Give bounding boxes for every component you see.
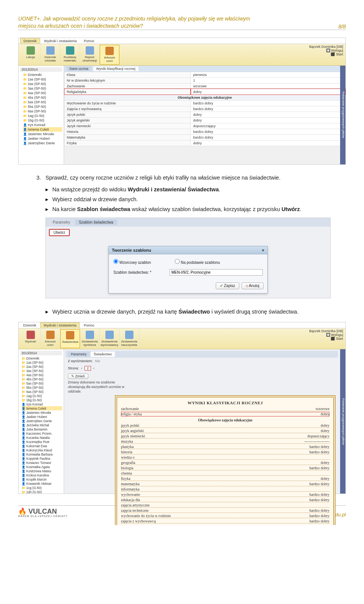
tree-person[interactable]: Irys Konrad	[22, 402, 62, 406]
menu-wydruki[interactable]: Wydruki i zestawienia	[40, 322, 80, 328]
btn-swiadectwa[interactable]: Świadectwa	[60, 329, 80, 348]
tree-class[interactable]: 1dn (G-50)	[22, 490, 62, 494]
strona-label: Strona:	[68, 366, 79, 370]
logout-link[interactable]: Wyloguj	[331, 333, 343, 337]
utworz-button[interactable]: Utwórz	[49, 229, 70, 236]
page-selector[interactable]: 2	[85, 366, 91, 371]
zmien-button[interactable]: ✎ Zmień	[68, 374, 88, 379]
screenshot-template-dialog: Parametry Szablon świadectwa Utwórz Twor…	[46, 218, 331, 298]
tree-root[interactable]: Dzienniki	[23, 73, 62, 77]
menu-pomoc[interactable]: Pomoc	[81, 323, 97, 328]
logout-link[interactable]: Wyloguj	[331, 49, 343, 52]
tree-person[interactable]: Jastrzębiec Danie	[23, 141, 62, 145]
tree-class[interactable]: 3as (SP-50)	[23, 86, 62, 91]
tree-person[interactable]: Kokoryczka Klaud	[22, 448, 62, 452]
save-button[interactable]: ✔ Zapisz	[216, 282, 239, 289]
tree-class[interactable]: 5bs (SP-50)	[23, 104, 62, 109]
tab-swiadectwo[interactable]: Świadectwo	[91, 352, 115, 357]
tree-person[interactable]: Juka Beniamin	[22, 427, 62, 431]
tree-person[interactable]: Kaczeniec Przem.	[22, 431, 62, 435]
cancel-button[interactable]: ⦸ Anuluj	[242, 282, 264, 289]
tree-class[interactable]: 1ag (G-50)	[23, 114, 62, 118]
tree-person[interactable]: Jeżówka Michał	[22, 423, 62, 427]
year-selector[interactable]: 2013/2014	[20, 351, 62, 355]
start-link[interactable]: Start	[336, 52, 343, 56]
btn-rozklady[interactable]: Rozkłady materiału	[60, 45, 80, 65]
bullet-1: ▸Na wstążce przejdź do widoku Wydruki i …	[46, 185, 331, 194]
tree-person[interactable]: Kokornak Ewa	[22, 444, 62, 448]
tree-person[interactable]: Kopytnik Paulina	[22, 456, 62, 460]
tab-parametry[interactable]: Parametry	[49, 219, 74, 225]
tree-person[interactable]: Krwawnik Aleksar	[22, 481, 62, 486]
btn-rejestr[interactable]: Rejestr obserwacji	[80, 45, 100, 65]
tree-person[interactable]: Jaskier Hubert	[23, 136, 62, 141]
user-icon	[105, 331, 114, 339]
tree-person[interactable]: Kostrzewa Mateu	[22, 469, 62, 473]
btn-arkusze-ocen[interactable]: Arkusze ocen	[100, 45, 119, 65]
start-link[interactable]: Start	[336, 337, 343, 341]
tree-person[interactable]: Jastrzębiec Danie	[22, 419, 62, 423]
bullet-3: ▸Na karcie Szablon świadectwa wskaż właś…	[46, 205, 331, 213]
tree-class[interactable]: 6as (SP-50)	[22, 390, 62, 394]
btn-arkusze-ocen[interactable]: Arkusze ocen	[41, 329, 60, 348]
tree-class[interactable]: 4bs (SP-50)	[22, 377, 62, 381]
close-icon[interactable]: ×	[262, 248, 264, 252]
tree-class[interactable]: 5bs (SP-50)	[22, 385, 62, 390]
tree-class[interactable]: 1bg (G-50)	[22, 398, 62, 402]
tree-class[interactable]: 4bs (SP-50)	[23, 95, 62, 100]
btn-lekcja[interactable]: Lekcja	[21, 45, 41, 65]
subtab-dane[interactable]: Dane ucznia	[66, 66, 91, 71]
tree-class[interactable]: 4as (SP-50)	[23, 91, 62, 95]
download-sidebar[interactable]: Pobieranie przygotowanych plików	[340, 66, 345, 164]
tree-class[interactable]: 1as (SP-50)	[22, 360, 62, 364]
download-sidebar[interactable]: Pobieranie przygotowanych plików	[340, 349, 345, 494]
tree-person[interactable]: Kosmatka Agata	[22, 465, 62, 469]
tree-class[interactable]: 1as (SP-50)	[23, 77, 62, 82]
tree-class[interactable]: 5as (SP-50)	[23, 100, 62, 104]
pdf-icon	[27, 331, 35, 339]
tree-class[interactable]: 2as (SP-50)	[22, 364, 62, 369]
tree-person[interactable]: Irys Konrad	[23, 123, 62, 127]
tree-class[interactable]: 3as (SP-50)	[22, 369, 62, 373]
tree-class[interactable]: 1ag (G-50)	[22, 394, 62, 398]
cert-section-1: Obowiązkowe zajęcia edukacyjne	[121, 418, 329, 422]
tab-parametry[interactable]: Parametry	[68, 352, 90, 357]
tree-person-selected[interactable]: Ismena Colett	[23, 127, 62, 132]
menu-dziennik[interactable]: Dziennik	[20, 323, 39, 328]
year-selector[interactable]: 2013/2014	[20, 67, 62, 72]
tree-person[interactable]: Komwalia Barbara	[22, 452, 62, 456]
step-number: 3.	[36, 174, 42, 182]
tree-person[interactable]: Jaskier Hubert	[22, 415, 62, 419]
btn-zest-wychowawcy[interactable]: Zestawienia wychowawcy	[100, 329, 119, 348]
tree-class[interactable]: 1bg (G-50)	[23, 118, 62, 123]
menu-wydruki[interactable]: Wydruki i zestawienia	[41, 38, 80, 44]
tree-class[interactable]: 5as (SP-50)	[22, 381, 62, 385]
tree-person[interactable]: Ismena Colett	[22, 406, 62, 410]
tree-class[interactable]: 4as (SP-50)	[22, 373, 62, 377]
vulcan-logo: 🔥 VULCAN RAZEM DLA LEPSZEJ OŚWIATY	[18, 508, 68, 517]
tree-person[interactable]: Kosaciec Tomasz	[22, 460, 62, 465]
page-number: 8/8	[339, 24, 346, 30]
tree-class[interactable]: 1cg (G-50)	[22, 486, 62, 490]
grades-table: Klasapierwsza Nr w dzienniku lekcyjnym1 …	[64, 72, 345, 146]
radio-podstawie[interactable]: Na podstawie szablonu	[175, 260, 220, 265]
tree-person[interactable]: Jasieniec Mirosła	[23, 132, 62, 136]
menu-pomoc[interactable]: Pomoc	[81, 38, 97, 44]
subtab-wyniki[interactable]: Wyniki klasyfikacji rocznej	[93, 66, 138, 71]
radio-wzorcowy[interactable]: Wzorcowy szablon	[113, 260, 151, 265]
btn-zest-nauczyciela[interactable]: Zestawienia nauczyciela	[119, 329, 139, 348]
menu-dziennik[interactable]: Dziennik	[20, 38, 40, 44]
arrow-icon: ▸	[46, 308, 49, 316]
btn-dziennik-oddzialu[interactable]: Dziennik oddziału	[41, 45, 60, 65]
btn-wydruki[interactable]: Wydruki	[21, 329, 41, 348]
tab-szablon[interactable]: Szablon świadectwa	[75, 219, 117, 225]
template-select[interactable]	[169, 269, 263, 276]
tree-person[interactable]: Kroplik Marcin	[22, 477, 62, 481]
tree-class[interactable]: 6as (SP-50)	[23, 109, 62, 114]
tree-person[interactable]: Krokus Karolina	[22, 473, 62, 477]
btn-zest-dyrektora[interactable]: Zestawienia dyrektora	[80, 329, 100, 348]
tree-class[interactable]: 2as (SP-50)	[23, 82, 62, 86]
tree-person[interactable]: Kocimiętka Piotr	[22, 440, 62, 444]
tree-person[interactable]: Kocanka Natalia	[22, 435, 62, 440]
tree-person[interactable]: Jasieniec Mirosła	[22, 410, 62, 415]
